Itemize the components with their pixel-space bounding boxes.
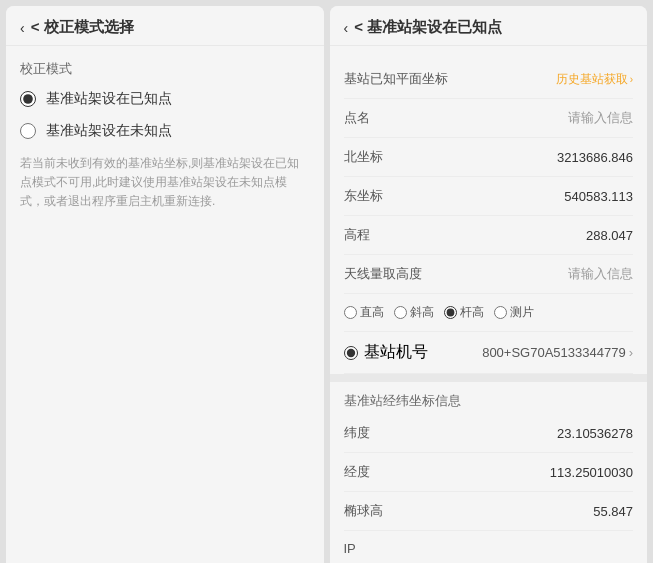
machine-label-wrap: 基站机号 [344, 342, 428, 363]
antenna-opt-rod: 杆高 [444, 304, 484, 321]
latitude-label: 纬度 [344, 424, 370, 442]
elevation-value[interactable]: 288.047 [586, 228, 633, 243]
radio-known-point[interactable] [20, 91, 36, 107]
antenna-height-label: 天线量取高度 [344, 265, 422, 283]
section-divider [330, 374, 648, 382]
label-unknown-point[interactable]: 基准站架设在未知点 [46, 122, 172, 140]
label-measure-height[interactable]: 测片 [510, 304, 534, 321]
history-chevron-icon: › [630, 74, 633, 85]
east-coord-value[interactable]: 540583.113 [564, 189, 633, 204]
longitude-label: 经度 [344, 463, 370, 481]
label-straight-height[interactable]: 直高 [360, 304, 384, 321]
ip-row: IP [344, 531, 634, 563]
latitude-row: 纬度 23.10536278 [344, 414, 634, 453]
machine-value[interactable]: 800+SG70A5133344779 › [482, 345, 633, 360]
label-slant-height[interactable]: 斜高 [410, 304, 434, 321]
left-panel-body: 校正模式 基准站架设在已知点 基准站架设在未知点 若当前未收到有效的基准站坐标,… [6, 46, 324, 563]
antenna-options: 直高 斜高 杆高 测片 [344, 304, 534, 321]
radio-unknown-point[interactable] [20, 123, 36, 139]
history-link-text[interactable]: 历史基站获取 [556, 71, 628, 88]
machine-number-text: 800+SG70A5133344779 [482, 345, 626, 360]
machine-number-row: 基站机号 800+SG70A5133344779 › [344, 332, 634, 374]
right-back-icon[interactable]: ‹ [344, 20, 349, 36]
option-unknown-point: 基准站架设在未知点 [20, 122, 310, 140]
longitude-value[interactable]: 113.25010030 [550, 465, 633, 480]
machine-chevron-icon: › [629, 345, 633, 360]
option-known-point: 基准站架设在已知点 [20, 90, 310, 108]
east-coord-label: 东坐标 [344, 187, 383, 205]
antenna-opt-straight: 直高 [344, 304, 384, 321]
label-rod-height[interactable]: 杆高 [460, 304, 484, 321]
radio-rod-height[interactable] [444, 306, 457, 319]
elevation-row: 高程 288.047 [344, 216, 634, 255]
elevation-label: 高程 [344, 226, 370, 244]
calibration-mode-label: 校正模式 [20, 60, 310, 78]
right-panel: ‹ < 基准站架设在已知点 基站已知平面坐标 历史基站获取 › 点名 请输入信息… [330, 6, 648, 563]
antenna-opt-slant: 斜高 [394, 304, 434, 321]
known-coord-label: 基站已知平面坐标 [344, 70, 448, 88]
east-coord-row: 东坐标 540583.113 [344, 177, 634, 216]
north-coord-value[interactable]: 3213686.846 [557, 150, 633, 165]
label-known-point[interactable]: 基准站架设在已知点 [46, 90, 172, 108]
info-text: 若当前未收到有效的基准站坐标,则基准站架设在已知点模式不可用,此时建议使用基准站… [20, 154, 310, 212]
ellipsoid-height-row: 椭球高 55.847 [344, 492, 634, 531]
back-icon[interactable]: ‹ [20, 20, 25, 36]
ellipsoid-height-label: 椭球高 [344, 502, 383, 520]
left-panel-header: ‹ < 校正模式选择 [6, 6, 324, 46]
north-coord-row: 北坐标 3213686.846 [344, 138, 634, 177]
point-name-value[interactable]: 请输入信息 [568, 109, 633, 127]
history-link[interactable]: 历史基站获取 › [556, 71, 633, 88]
radio-slant-height[interactable] [394, 306, 407, 319]
machine-label: 基站机号 [364, 342, 428, 363]
latitude-value[interactable]: 23.10536278 [557, 426, 633, 441]
right-panel-header: ‹ < 基准站架设在已知点 [330, 6, 648, 46]
left-panel: ‹ < 校正模式选择 校正模式 基准站架设在已知点 基准站架设在未知点 若当前未… [6, 6, 324, 563]
known-coord-row: 基站已知平面坐标 历史基站获取 › [344, 60, 634, 99]
antenna-type-row: 直高 斜高 杆高 测片 [344, 294, 634, 332]
antenna-opt-measure: 测片 [494, 304, 534, 321]
north-coord-label: 北坐标 [344, 148, 383, 166]
ellipsoid-height-value[interactable]: 55.847 [593, 504, 633, 519]
radio-measure-height[interactable] [494, 306, 507, 319]
radio-machine[interactable] [344, 346, 358, 360]
left-panel-title: < 校正模式选择 [31, 18, 134, 37]
radio-straight-height[interactable] [344, 306, 357, 319]
ip-label: IP [344, 541, 356, 556]
right-panel-body: 基站已知平面坐标 历史基站获取 › 点名 请输入信息 北坐标 3213686.8… [330, 46, 648, 563]
point-name-row: 点名 请输入信息 [344, 99, 634, 138]
antenna-height-row: 天线量取高度 请输入信息 [344, 255, 634, 294]
right-panel-title: < 基准站架设在已知点 [354, 18, 502, 37]
coord-section-title: 基准站经纬坐标信息 [344, 382, 634, 414]
antenna-height-value[interactable]: 请输入信息 [568, 265, 633, 283]
point-name-label: 点名 [344, 109, 370, 127]
longitude-row: 经度 113.25010030 [344, 453, 634, 492]
